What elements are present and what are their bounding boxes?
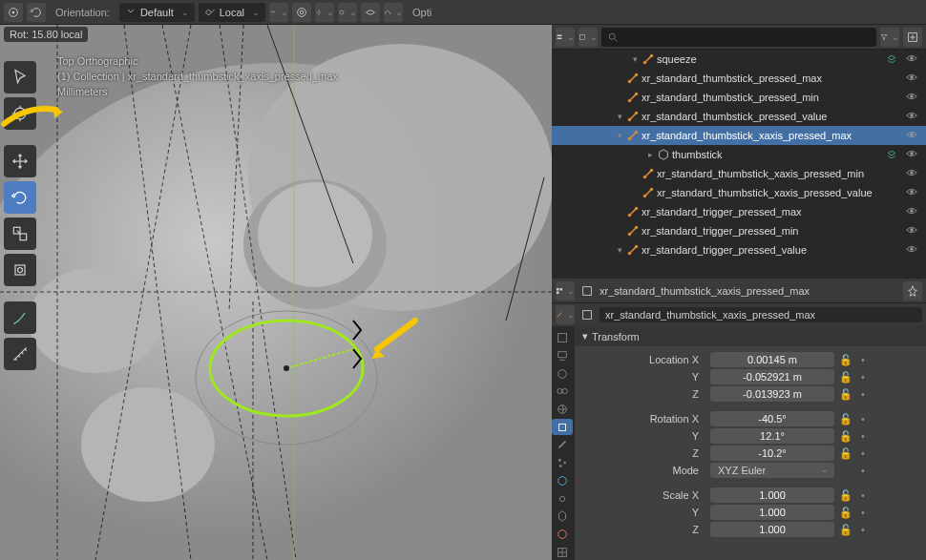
tree-row[interactable]: xr_standard_trigger_pressed_max — [552, 202, 926, 221]
visibility-icon[interactable] — [905, 242, 918, 258]
tree-row[interactable]: ▸thumbstick — [552, 145, 926, 164]
tree-row[interactable]: xr_standard_thumbstick_pressed_min — [552, 88, 926, 107]
expand-toggle[interactable]: ▾ — [628, 54, 642, 64]
location-z-field[interactable]: -0.013923 m — [710, 386, 834, 402]
search-input[interactable] — [622, 31, 871, 43]
visibility-icon[interactable] — [905, 109, 918, 124]
scale-tool[interactable] — [4, 218, 36, 250]
tab-particles[interactable] — [552, 455, 573, 471]
dot-icon[interactable]: • — [855, 446, 871, 461]
expand-toggle[interactable]: ▾ — [613, 245, 626, 255]
filter-icon[interactable]: ⌄ — [880, 28, 899, 47]
lock-icon[interactable]: 🔓 — [838, 369, 853, 384]
rotate-tool[interactable] — [4, 181, 36, 214]
select-tool[interactable] — [4, 61, 36, 93]
gizmo-icon[interactable]: ⌄ — [338, 3, 357, 22]
tab-object[interactable] — [552, 419, 573, 435]
tab-data[interactable] — [552, 508, 573, 525]
outliner-tree[interactable]: ▾squeezexr_standard_thumbstick_pressed_m… — [552, 50, 926, 279]
mirror-icon[interactable]: ⌄ — [315, 3, 334, 22]
tree-row[interactable]: xr_standard_thumbstick_pressed_max — [552, 69, 926, 88]
outliner-display-mode[interactable]: ⌄ — [556, 28, 575, 47]
snap-icon[interactable]: ⌄ — [269, 3, 288, 22]
tab-world[interactable] — [552, 402, 573, 418]
dot-icon[interactable]: • — [855, 522, 871, 537]
lock-icon[interactable]: 🔓 — [838, 446, 853, 461]
lock-icon[interactable]: 🔓 — [838, 505, 853, 520]
lock-icon[interactable]: 🔓 — [838, 487, 853, 503]
location-x-field[interactable]: 0.00145 m — [710, 352, 834, 367]
visibility-icon[interactable] — [905, 128, 918, 143]
expand-toggle[interactable]: ▸ — [643, 150, 657, 159]
dot-icon[interactable]: • — [855, 487, 871, 503]
dot-icon[interactable]: • — [855, 463, 871, 478]
rotation-x-field[interactable]: -40.5° — [710, 411, 834, 426]
tree-row[interactable]: ▾xr_standard_thumbstick_xaxis_pressed_ma… — [552, 126, 926, 145]
dot-icon[interactable]: • — [855, 411, 871, 426]
visibility-icon[interactable] — [905, 223, 918, 239]
editor-type-icon[interactable] — [4, 3, 23, 22]
tab-output[interactable] — [552, 348, 573, 364]
rotation-y-field[interactable]: 12.1° — [710, 428, 834, 444]
orientation-select[interactable]: Default ⌄ — [119, 3, 195, 22]
viewport-3d[interactable]: Rot: 15.80 local Top Orthographic (1) Co… — [0, 25, 552, 560]
tree-row[interactable]: ▾squeeze — [552, 50, 926, 69]
rotation-mode-select[interactable]: XYZ Euler ⌄ — [710, 463, 834, 478]
expand-toggle[interactable]: ▾ — [613, 112, 626, 121]
lock-icon[interactable]: 🔓 — [838, 411, 853, 426]
new-collection-icon[interactable] — [903, 28, 922, 47]
tab-render[interactable] — [552, 330, 573, 346]
curve-icon[interactable]: ⌄ — [384, 3, 403, 22]
move-tool[interactable] — [4, 145, 36, 177]
lock-icon[interactable]: 🔓 — [838, 428, 853, 444]
visibility-icon[interactable] — [905, 71, 918, 86]
dot-icon[interactable]: • — [855, 386, 871, 402]
proportional-icon[interactable] — [292, 3, 311, 22]
tab-modifiers[interactable] — [552, 437, 573, 453]
pivot-select[interactable]: Local ⌄ — [199, 3, 265, 22]
scale-z-field[interactable]: 1.000 — [710, 522, 834, 537]
visibility-icon[interactable] — [905, 185, 918, 200]
measure-tool[interactable] — [4, 338, 36, 370]
object-name-field[interactable]: xr_standard_thumbstick_xaxis_pressed_max — [600, 307, 922, 322]
annotate-tool[interactable] — [4, 301, 36, 334]
tab-scene[interactable] — [552, 384, 573, 400]
properties-editor-icon[interactable]: ⌄ — [556, 281, 575, 301]
visibility-icon[interactable] — [905, 52, 918, 67]
overlay-visibility-icon[interactable] — [361, 3, 380, 22]
visibility-icon[interactable] — [905, 166, 918, 181]
tree-row[interactable]: ▾xr_standard_thumbstick_pressed_value — [552, 107, 926, 126]
refresh-icon[interactable] — [27, 3, 46, 22]
lock-icon[interactable]: 🔓 — [838, 386, 853, 402]
dot-icon[interactable]: • — [855, 428, 871, 444]
panel-transform-header[interactable]: ▾ Transform — [575, 326, 926, 346]
dot-icon[interactable]: • — [855, 352, 871, 367]
dot-icon[interactable]: • — [855, 369, 871, 384]
location-y-field[interactable]: -0.052921 m — [710, 369, 834, 384]
tree-row[interactable]: xr_standard_thumbstick_xaxis_pressed_min — [552, 164, 926, 183]
lock-icon[interactable]: 🔓 — [838, 352, 853, 367]
tab-constraints[interactable] — [552, 490, 573, 507]
tree-row[interactable]: ▾xr_standard_trigger_pressed_value — [552, 240, 926, 259]
bone-data-icon[interactable]: ⌄ — [556, 305, 575, 324]
scale-y-field[interactable]: 1.000 — [710, 505, 834, 520]
tab-material[interactable] — [552, 527, 573, 543]
tree-row[interactable]: xr_standard_trigger_pressed_min — [552, 221, 926, 240]
tab-viewlayer[interactable] — [552, 365, 573, 382]
lock-icon[interactable]: 🔓 — [838, 522, 853, 537]
dot-icon[interactable]: • — [855, 505, 871, 520]
scale-x-field[interactable]: 1.000 — [710, 487, 834, 503]
outliner-search[interactable] — [601, 28, 876, 47]
visibility-icon[interactable] — [905, 147, 918, 162]
tree-row[interactable]: xr_standard_thumbstick_xaxis_pressed_val… — [552, 183, 926, 202]
expand-toggle[interactable]: ▾ — [613, 131, 626, 140]
rotation-z-field[interactable]: -10.2° — [710, 446, 834, 461]
cursor-tool[interactable] — [4, 97, 36, 130]
visibility-icon[interactable] — [905, 90, 918, 105]
tab-texture[interactable] — [552, 544, 573, 560]
visibility-icon[interactable] — [905, 204, 918, 219]
tab-physics[interactable] — [552, 473, 573, 489]
pin-icon[interactable] — [903, 281, 922, 301]
transform-tool[interactable] — [4, 254, 36, 286]
outliner-view-icon[interactable]: ⌄ — [579, 28, 598, 47]
